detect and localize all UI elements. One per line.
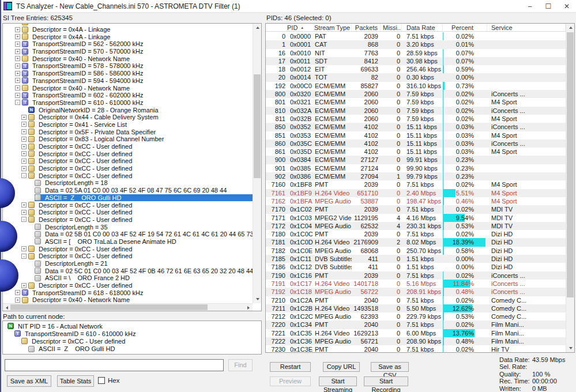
tree-item[interactable]: + TransportStreamID = 578 - 578000 kHz xyxy=(3,62,253,70)
tree-item[interactable]: + Descriptor = 0x40 - Network Name xyxy=(3,55,253,62)
column-header-stream-type[interactable]: Stream Type xyxy=(314,24,352,31)
tree-item[interactable]: Data = 02 5C 01 C0 00 03 4F 52 4F 0B 46 … xyxy=(3,267,253,274)
pid-table-row[interactable]: 16 0x0010 NIT 7763 0 28.59 kbps 0.07% xyxy=(266,49,566,57)
tree-expander-icon[interactable]: - xyxy=(21,254,27,259)
pid-table-row[interactable]: 7191 0x1C17 H.264 Video 1401718 0 5.16 M… xyxy=(266,280,566,288)
pid-table-row[interactable]: 7160 0x1BF8 PMT 2039 0 7.51 kbps 0.02% M… xyxy=(266,180,566,189)
column-header-packets[interactable]: Packets xyxy=(352,24,381,31)
tree-item[interactable]: + TransportStreamID = 594 - 594000 kHz xyxy=(3,77,253,85)
tree-item[interactable]: - Descriptor = 0xCC - User defined xyxy=(3,216,253,224)
pid-table-row[interactable]: 7220 0x1C34 PMT 2040 0 7.51 kbps 0.02% F… xyxy=(266,321,566,329)
tree-item[interactable]: + TransportStreamID = 586 - 586000 kHz xyxy=(3,70,253,77)
scroll-up-icon[interactable] xyxy=(566,24,575,32)
tree-item[interactable]: + TransportStreamID = 570 - 570000 kHz xyxy=(3,48,253,55)
tree-expander-icon[interactable]: + xyxy=(21,283,27,288)
pid-table-row[interactable]: 7171 0x1C03 MPEG2 Video 1129195 4 4.16 M… xyxy=(266,214,566,222)
table-vscroll-thumb[interactable] xyxy=(567,32,574,297)
tree-expander-icon[interactable]: + xyxy=(21,166,27,171)
pid-table-row[interactable]: 7211 0x1C2B H.264 Video 1493518 0 5.50 M… xyxy=(266,304,566,312)
pid-table-row[interactable]: 7180 0x1C0C PMT 2039 0 7.51 kbps 0.02% D… xyxy=(266,230,566,238)
tree-horizontal-scrollbar[interactable] xyxy=(3,303,253,311)
tree-item[interactable]: - TransportStreamID = 610 - 610000 kHz xyxy=(3,99,253,107)
tree-item[interactable]: Data = 02 5A 01 C0 00 03 4F 52 4F 08 47 … xyxy=(3,187,253,194)
tree-item[interactable]: OriginalNetworkID = 28 - Orange Romania xyxy=(3,106,253,114)
pid-table-row[interactable]: 7172 0x1C04 MPEG Audio 62532 4 230.31 kb… xyxy=(266,222,566,230)
pid-table-row[interactable]: 801 0x0321 ECM/EMM 2060 0 7.59 kbps 0.02… xyxy=(266,98,566,106)
tree-expander-icon[interactable]: + xyxy=(21,246,27,251)
column-header-percent[interactable]: Percent xyxy=(443,24,487,31)
scroll-down-icon[interactable] xyxy=(253,295,262,303)
tree-expander-icon[interactable]: + xyxy=(21,159,27,164)
tree-expander-icon[interactable]: + xyxy=(15,93,20,98)
find-button[interactable]: Find xyxy=(228,359,253,371)
tree-item[interactable]: + Descriptor = 0xCC - User defined xyxy=(3,245,253,252)
pid-table-row[interactable]: 7185 0x1C11 DVB Subtitles 411 0 1.51 kbp… xyxy=(266,255,566,263)
tree-expander-icon[interactable]: + xyxy=(15,78,20,83)
tree-item[interactable]: + Descriptor = 0x40 - Network Name xyxy=(3,84,253,92)
tree-item[interactable]: + Descriptor = 0xCC - User defined xyxy=(3,150,253,157)
pid-table-row[interactable]: 810 0x032A ECM/EMM 2060 0 7.59 kbps 0.02… xyxy=(266,107,566,115)
tree-item[interactable]: + Descriptor = 0x4A - Linkage xyxy=(3,33,253,40)
table-stats-button[interactable]: Table Stats xyxy=(57,375,94,387)
tree-item[interactable]: + Descriptor = 0xCC - User defined xyxy=(3,201,253,209)
scroll-down-icon[interactable] xyxy=(566,344,575,352)
tree-expander-icon[interactable]: + xyxy=(15,297,20,303)
tree-expander-icon[interactable]: - xyxy=(15,100,20,105)
tree-expander-icon[interactable]: + xyxy=(21,151,27,156)
find-input[interactable] xyxy=(5,359,224,371)
tree-expander-icon[interactable]: + xyxy=(21,115,27,120)
tree-expander-icon[interactable]: + xyxy=(15,71,20,76)
tree-item[interactable]: + Descriptor = 0x5F - Private Data Speci… xyxy=(3,128,253,135)
pid-table-row[interactable]: 1 0x0001 CAT 868 0 3.20 kbps 0.01% xyxy=(266,40,566,48)
maximize-button[interactable]: ☐ xyxy=(539,0,558,13)
pid-table-row[interactable]: 7162 0x1BFA MPEG Audio 53887 0 198.47 kb… xyxy=(266,197,566,205)
tree-expander-icon[interactable]: + xyxy=(21,144,27,149)
tree-expander-icon[interactable]: + xyxy=(15,49,20,54)
tree-item[interactable]: DescriptorLength = 18 xyxy=(3,179,253,187)
hex-checkbox[interactable] xyxy=(98,377,105,384)
restart-button[interactable]: Restart xyxy=(270,362,311,372)
tree-expander-icon[interactable]: + xyxy=(21,210,27,215)
pid-table-row[interactable]: 7221 0x1C35 H.264 Video 1629213 0 6.00 M… xyxy=(266,329,566,337)
save-as-csv-button[interactable]: Save as CSV xyxy=(371,362,409,372)
scroll-left-icon[interactable] xyxy=(3,304,11,311)
scroll-right-icon[interactable] xyxy=(244,304,253,311)
tree-item[interactable]: + Descriptor = 0xCC - User defined xyxy=(3,157,253,165)
column-header-data-rate[interactable]: Data Rate xyxy=(402,24,443,31)
table-vertical-scrollbar[interactable] xyxy=(566,24,574,352)
tree-hscroll-thumb[interactable] xyxy=(10,304,208,310)
copy-url-button[interactable]: Copy URL xyxy=(323,362,360,372)
tree-expander-icon[interactable]: + xyxy=(21,129,27,134)
pid-table-row[interactable]: 850 0x0352 ECM/EMM 4102 0 15.11 kbps 0.0… xyxy=(266,123,566,131)
pid-table-row[interactable]: 17 0x0011 SDT 8412 0 30.98 kbps 0.07% xyxy=(266,57,566,65)
pid-table-row[interactable]: 901 0x0385 ECM/EMM 27124 0 99.90 kbps 0.… xyxy=(266,164,566,172)
tree-expander-icon[interactable]: + xyxy=(15,34,20,39)
start-recording-button[interactable]: Start Recording xyxy=(364,376,408,386)
close-button[interactable]: ✕ xyxy=(558,0,576,13)
tree-expander-icon[interactable]: + xyxy=(15,63,20,69)
minimize-button[interactable]: – xyxy=(521,0,539,13)
tree-vertical-scrollbar[interactable] xyxy=(253,24,261,303)
save-as-xml-button[interactable]: Save as XML xyxy=(7,375,51,387)
tree-item[interactable]: + Descriptor = 0xCC - User defined xyxy=(3,165,253,172)
tree-expander-icon[interactable]: + xyxy=(21,202,27,208)
tree-expander-icon[interactable]: - xyxy=(21,173,27,178)
pid-table-row[interactable]: 7182 0x1C0E MPEG Audio 68068 0 250.70 kb… xyxy=(266,247,566,255)
tree-item[interactable]: DescriptorLength = 35 xyxy=(3,223,253,231)
pid-table-row[interactable]: 851 0x0353 ECM/EMM 4102 0 15.11 kbps 0.0… xyxy=(266,131,566,140)
tree-expander-icon[interactable]: + xyxy=(15,85,20,91)
tree-item[interactable]: ASCII = Z ORO Gulli HD xyxy=(3,194,253,202)
column-header-missing[interactable]: Missi... xyxy=(381,24,402,31)
tree-expander-icon[interactable]: + xyxy=(21,137,27,142)
tree-expander-icon[interactable]: + xyxy=(15,290,20,295)
tree-vscroll-thumb[interactable] xyxy=(254,74,261,178)
tree-item[interactable]: - Descriptor = 0xCC - User defined xyxy=(3,172,253,179)
tree-expander-icon[interactable]: - xyxy=(21,217,27,222)
tree-item[interactable]: + Descriptor = 0xCC - User defined xyxy=(3,143,253,150)
tree-item[interactable]: + Descriptor = 0x4A - Linkage xyxy=(3,26,253,33)
tree-item[interactable]: DescriptorLength = 21 xyxy=(3,260,253,267)
pid-table-row[interactable]: 861 0x035D ECM/EMM 4102 0 15.11 kbps 0.0… xyxy=(266,148,566,156)
pid-table-row[interactable]: 7190 0x1C16 PMT 2039 0 7.51 kbps 0.02% i… xyxy=(266,272,566,280)
pid-table-row[interactable]: 7181 0x1C0D H.264 Video 2176909 2 8.02 M… xyxy=(266,238,566,246)
tree-expander-icon[interactable]: + xyxy=(15,56,20,61)
